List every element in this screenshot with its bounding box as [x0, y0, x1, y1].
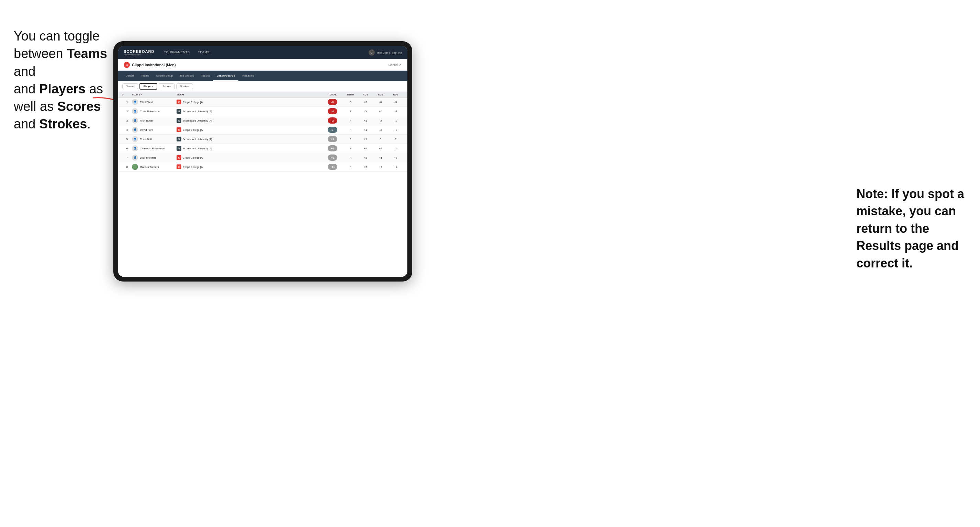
tab-results[interactable]: Results: [197, 71, 213, 81]
avatar-1: 👤: [132, 99, 138, 105]
table-row: 6 👤 Cameron Robertson S Scoreboard Unive…: [118, 144, 407, 153]
clippd-logo: C: [124, 62, 130, 68]
tab-printables[interactable]: Printables: [239, 71, 258, 81]
table-row: 5 👤 Rees Britt S Scoreboard University […: [118, 135, 407, 144]
col-team: TEAM: [177, 94, 239, 96]
player-1: 👤 Elliot Ebert: [132, 99, 177, 105]
col-thru: THRU: [343, 94, 358, 96]
tournament-name: Clippd Invitational (Men): [132, 63, 176, 67]
col-rd3: RD3: [388, 94, 403, 96]
logo-sub: Powered by clippd: [124, 54, 154, 56]
close-icon: ✕: [399, 63, 402, 67]
sub-tab-strokes[interactable]: Strokes: [176, 83, 193, 89]
app-header: SCOREBOARD Powered by clippd TOURNAMENTS…: [118, 46, 407, 59]
team-logo-1: C: [177, 100, 181, 104]
col-player: PLAYER: [132, 94, 177, 96]
tablet-frame: SCOREBOARD Powered by clippd TOURNAMENTS…: [113, 41, 412, 281]
sub-tab-bar: Teams Players Scores Strokes: [118, 81, 407, 92]
sign-out-button[interactable]: Sign out: [392, 51, 402, 54]
table-row: 3 👤 Rich Butler S Scoreboard University …: [118, 116, 407, 125]
logo-title: SCOREBOARD: [124, 49, 154, 54]
team-1: C Clippd College [A]: [177, 100, 239, 104]
tournament-title: C Clippd Invitational (Men): [124, 62, 176, 68]
col-rd2: RD2: [373, 94, 388, 96]
col-rank: #: [122, 94, 132, 96]
tournament-header: C Clippd Invitational (Men) Cancel ✕: [118, 59, 407, 71]
sub-tab-players[interactable]: Players: [140, 83, 158, 90]
header-nav: TOURNAMENTS TEAMS: [160, 46, 368, 59]
header-user: U Test User | Sign out: [369, 49, 402, 56]
cancel-button[interactable]: Cancel ✕: [388, 63, 402, 67]
table-row: 4 👤 David Ford C Clippd College [A] E F …: [118, 125, 407, 135]
left-annotation: You can toggle between Teams and and Pla…: [14, 27, 110, 133]
user-avatar-icon: U: [369, 49, 375, 56]
tab-leaderboards[interactable]: Leaderboards: [213, 71, 239, 81]
rank-1: 1: [122, 101, 132, 104]
user-name: Test User |: [377, 51, 390, 54]
table-row: 1 👤 Elliot Ebert C Clippd College [A] -8…: [118, 97, 407, 107]
nav-teams[interactable]: TEAMS: [194, 46, 214, 59]
tab-teams[interactable]: Teams: [137, 71, 153, 81]
col-total: TOTAL: [322, 94, 343, 96]
tab-bar: Details Teams Course Setup Tee Groups Re…: [118, 71, 407, 81]
tablet-screen: SCOREBOARD Powered by clippd TOURNAMENTS…: [118, 46, 407, 277]
tab-tee-groups[interactable]: Tee Groups: [176, 71, 197, 81]
table-row: 2 👤 Chris Robertson S Scoreboard Univers…: [118, 107, 407, 116]
table-row: 8 Marcus Turners C Clippd College [A] +1…: [118, 162, 407, 171]
sub-tab-scores[interactable]: Scores: [159, 83, 175, 89]
table-header: # PLAYER TEAM TOTAL THRU RD1 RD2 RD3: [118, 92, 407, 97]
tab-course-setup[interactable]: Course Setup: [153, 71, 176, 81]
score-badge-1: -8: [328, 99, 337, 105]
sub-tab-teams[interactable]: Teams: [122, 83, 138, 89]
col-rd1: RD1: [358, 94, 373, 96]
scoreboard-logo: SCOREBOARD Powered by clippd: [124, 49, 154, 56]
table-row: 7 👤 Blair McHarg C Clippd College [A] +8…: [118, 153, 407, 162]
tab-details[interactable]: Details: [122, 71, 137, 81]
nav-tournaments[interactable]: TOURNAMENTS: [160, 46, 194, 59]
col-empty: [239, 94, 322, 96]
leaderboard-table: # PLAYER TEAM TOTAL THRU RD1 RD2 RD3 1 👤…: [118, 92, 407, 277]
right-annotation: Note: If you spot a mistake, you can ret…: [856, 186, 966, 272]
